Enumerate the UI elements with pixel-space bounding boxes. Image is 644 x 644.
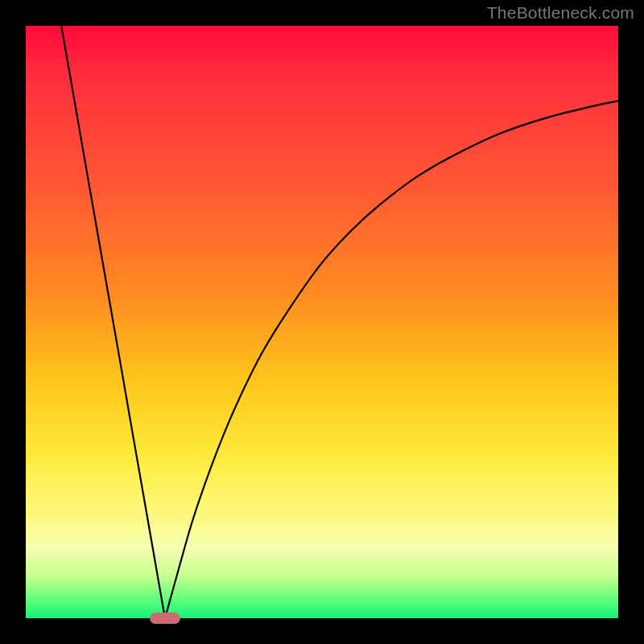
right-curve-path [165,101,618,618]
watermark-text: TheBottleneck.com [487,3,634,23]
chart-frame: TheBottleneck.com [0,0,644,644]
minimum-marker [150,613,180,624]
left-leg-path [61,26,165,618]
plot-area [26,26,618,618]
curve-layer [26,26,618,618]
